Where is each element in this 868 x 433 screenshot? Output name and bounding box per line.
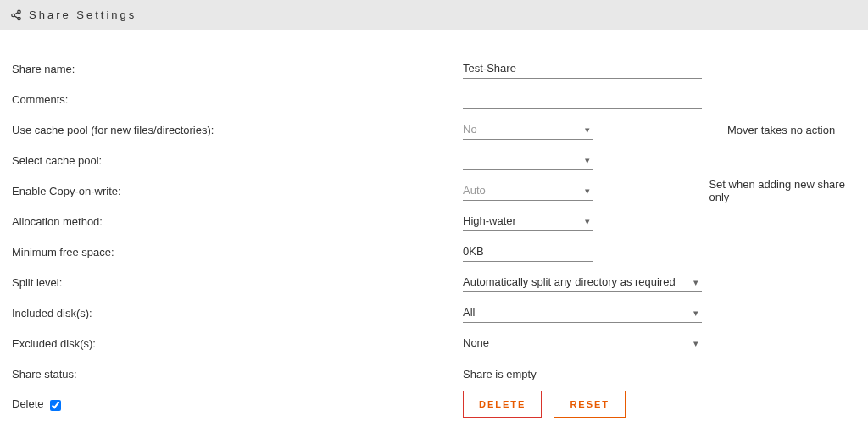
label-comments: Comments: — [12, 93, 463, 106]
reset-button[interactable]: RESET — [554, 391, 626, 418]
label-allocation: Allocation method: — [12, 215, 463, 228]
label-delete: Delete — [12, 397, 463, 410]
label-select-cache: Select cache pool: — [12, 154, 463, 167]
select-cache-select[interactable] — [463, 150, 593, 170]
row-use-cache: Use cache pool (for new files/directorie… — [12, 114, 856, 145]
label-min-free: Minimum free space: — [12, 246, 463, 258]
comments-input[interactable] — [463, 89, 702, 109]
label-excluded: Excluded disk(s): — [12, 337, 463, 350]
status-value: Share is empty — [463, 364, 702, 384]
panel-title: Share Settings — [29, 8, 136, 21]
row-allocation: Allocation method: High-water — [12, 206, 856, 236]
share-name-input[interactable] — [463, 58, 702, 79]
label-share-name: Share name: — [12, 63, 463, 75]
row-min-free: Minimum free space: — [12, 236, 856, 267]
excluded-select[interactable]: None — [463, 333, 702, 353]
delete-button[interactable]: DELETE — [463, 391, 542, 418]
row-cow: Enable Copy-on-write: Auto Set when addi… — [12, 175, 856, 206]
row-status: Share status: Share is empty — [12, 358, 856, 389]
label-included: Included disk(s): — [12, 307, 463, 319]
label-status: Share status: — [12, 368, 463, 380]
panel-header: Share Settings — [0, 0, 868, 30]
split-select[interactable]: Automatically split any directory as req… — [463, 272, 702, 292]
row-share-name: Share name: — [12, 53, 856, 84]
label-cow: Enable Copy-on-write: — [12, 185, 463, 197]
share-icon — [10, 9, 22, 21]
label-split: Split level: — [12, 276, 463, 289]
use-cache-select[interactable]: No — [463, 119, 593, 140]
delete-checkbox[interactable] — [50, 400, 61, 411]
row-select-cache: Select cache pool: — [12, 145, 856, 175]
cow-select[interactable]: Auto — [463, 180, 593, 201]
row-comments: Comments: — [12, 84, 856, 114]
svg-line-3 — [14, 12, 18, 14]
row-excluded: Excluded disk(s): None — [12, 328, 856, 358]
use-cache-note: Mover takes no action — [727, 124, 835, 136]
row-delete: Delete DELETE RESET — [12, 389, 856, 419]
cow-note: Set when adding new share only — [709, 178, 856, 203]
min-free-input[interactable] — [463, 241, 593, 262]
allocation-select[interactable]: High-water — [463, 211, 593, 231]
delete-label-text: Delete — [12, 397, 44, 410]
label-use-cache: Use cache pool (for new files/directorie… — [12, 124, 463, 136]
svg-line-4 — [14, 15, 18, 17]
row-split: Split level: Automatically split any dir… — [12, 267, 856, 297]
included-select[interactable]: All — [463, 303, 702, 323]
share-settings-form: Share name: Comments: Use cache pool (fo… — [0, 30, 868, 431]
row-included: Included disk(s): All — [12, 297, 856, 328]
